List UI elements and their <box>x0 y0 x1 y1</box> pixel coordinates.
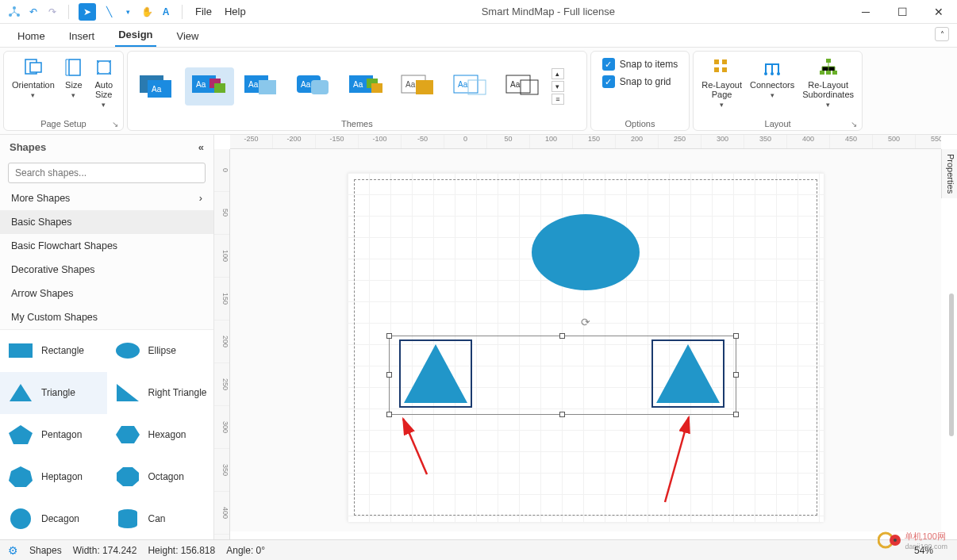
category-basic-shapes[interactable]: Basic Shapes <box>0 210 213 234</box>
tab-view[interactable]: View <box>174 25 202 47</box>
selection-handle[interactable] <box>733 412 739 417</box>
pointer-tool-icon[interactable]: ➤ <box>79 3 96 21</box>
minimize-button[interactable]: ─ <box>847 0 884 24</box>
svg-rect-5 <box>69 59 80 75</box>
relayout-subordinates-button[interactable]: Re-Layout Subordinates▾ <box>799 55 857 110</box>
shape-gallery: Rectangle Ellipse Triangle Right Triangl… <box>0 329 213 539</box>
shape-heptagon[interactable]: Heptagon <box>0 455 107 497</box>
svg-rect-44 <box>9 343 33 358</box>
category-basic-flowchart[interactable]: Basic Flowchart Shapes <box>0 234 213 258</box>
svg-text:Aa: Aa <box>510 80 521 89</box>
ribbon-group-page-setup: Orientation▾ Size▾ Auto Size▾ Page Setup… <box>3 51 124 131</box>
redo-icon[interactable]: ↷ <box>46 6 59 18</box>
svg-point-38 <box>771 72 774 75</box>
tab-home[interactable]: Home <box>14 25 48 47</box>
theme-2[interactable]: Aa <box>185 67 234 105</box>
theme-8[interactable]: Aa <box>499 67 548 105</box>
size-button[interactable]: Size▾ <box>60 55 88 101</box>
svg-text:Aa: Aa <box>353 80 363 89</box>
selection-handle[interactable] <box>733 333 739 339</box>
autosize-button[interactable]: Auto Size▾ <box>90 55 118 110</box>
file-menu[interactable]: File <box>192 4 215 19</box>
selection-handle[interactable] <box>386 333 392 339</box>
svg-point-52 <box>10 508 31 529</box>
tab-insert[interactable]: Insert <box>66 25 98 47</box>
theme-7[interactable]: Aa <box>447 67 496 105</box>
collapse-ribbon-icon[interactable]: ˄ <box>935 27 949 41</box>
shape-rectangle[interactable]: Rectangle <box>0 330 107 372</box>
selection-handle[interactable] <box>386 412 392 417</box>
help-menu[interactable]: Help <box>221 4 249 19</box>
category-decorative[interactable]: Decorative Shapes <box>0 258 213 282</box>
ribbon: Orientation▾ Size▾ Auto Size▾ Page Setup… <box>0 48 957 135</box>
status-height: Height: 156.818 <box>148 545 215 556</box>
svg-rect-41 <box>820 71 824 75</box>
status-angle: Angle: 0° <box>226 545 265 556</box>
theme-3[interactable]: Aa <box>237 67 286 105</box>
theme-4[interactable]: Aa <box>290 67 339 105</box>
theme-5[interactable]: Aa <box>342 67 391 105</box>
orientation-button[interactable]: Orientation▾ <box>9 55 58 101</box>
category-arrow[interactable]: Arrow Shapes <box>0 282 213 305</box>
shape-pentagon[interactable]: Pentagon <box>0 414 107 456</box>
relayout-page-button[interactable]: Re-Layout Page▾ <box>698 55 745 110</box>
canvas-triangle-1[interactable] <box>399 339 472 408</box>
page[interactable]: ⟳ <box>348 173 824 522</box>
close-button[interactable]: ✕ <box>920 0 957 24</box>
tab-design[interactable]: Design <box>115 24 156 47</box>
theme-gallery-expand-icon[interactable]: ≡ <box>552 94 564 105</box>
svg-rect-25 <box>416 80 433 94</box>
shape-octagon[interactable]: Octagon <box>107 455 214 497</box>
shape-can[interactable]: Can <box>107 497 214 539</box>
canvas-area: -250-200-150-100-50050100150200250300350… <box>214 135 957 539</box>
selection-handle[interactable] <box>733 372 739 378</box>
page-setup-launcher-icon[interactable]: ↘ <box>112 120 118 128</box>
status-bar: ⚙ Shapes Width: 174.242 Height: 156.818 … <box>0 539 957 560</box>
svg-rect-35 <box>714 67 719 72</box>
search-input[interactable] <box>8 163 206 183</box>
dropdown-icon[interactable]: ▾ <box>121 6 134 18</box>
svg-point-0 <box>13 6 16 10</box>
selection-handle[interactable] <box>559 333 565 339</box>
properties-tab[interactable]: Properties <box>941 149 957 198</box>
layout-launcher-icon[interactable]: ↘ <box>851 120 857 128</box>
settings-icon[interactable]: ⚙ <box>8 544 18 557</box>
svg-text:Aa: Aa <box>458 80 468 89</box>
vertical-scrollbar[interactable] <box>949 293 954 436</box>
ribbon-tabs: Home Insert Design View ˄ <box>0 24 957 48</box>
shape-triangle[interactable]: Triangle <box>0 372 107 414</box>
svg-point-45 <box>116 343 140 359</box>
connectors-button[interactable]: Connectors▾ <box>747 55 798 101</box>
check-icon: ✓ <box>602 58 615 71</box>
theme-1[interactable]: Aa <box>133 67 182 105</box>
ribbon-group-layout: Re-Layout Page▾ Connectors▾ Re-Layout Su… <box>693 51 863 131</box>
pan-tool-icon[interactable]: ✋ <box>140 6 153 18</box>
canvas[interactable]: ⟳ <box>230 149 941 531</box>
maximize-button[interactable]: ☐ <box>884 0 920 24</box>
main-area: Shapes « More Shapes› Basic Shapes Basic… <box>0 135 957 539</box>
theme-6[interactable]: Aa <box>394 67 444 105</box>
more-shapes-item[interactable]: More Shapes› <box>0 186 213 210</box>
snap-to-grid-checkbox[interactable]: ✓Snap to grid <box>602 75 678 88</box>
text-tool-icon[interactable]: A <box>160 6 172 18</box>
shape-ellipse[interactable]: Ellipse <box>107 330 214 372</box>
svg-marker-58 <box>656 344 720 403</box>
snap-to-items-checkbox[interactable]: ✓Snap to items <box>602 58 678 71</box>
category-custom[interactable]: My Custom Shapes <box>0 305 213 329</box>
shapes-status-button[interactable]: Shapes <box>29 545 62 556</box>
collapse-panel-icon[interactable]: « <box>198 141 204 153</box>
shape-hexagon[interactable]: Hexagon <box>107 414 214 456</box>
rotate-handle-icon[interactable]: ⟳ <box>581 316 590 328</box>
canvas-ellipse[interactable] <box>530 213 641 292</box>
shape-decagon[interactable]: Decagon <box>0 497 107 539</box>
line-tool-icon[interactable]: ╲ <box>102 6 115 18</box>
shape-right-triangle[interactable]: Right Triangle <box>107 372 214 414</box>
undo-icon[interactable]: ↶ <box>27 6 40 18</box>
selection-handle[interactable] <box>386 372 392 378</box>
theme-scroll-down-icon[interactable]: ▾ <box>552 81 564 92</box>
theme-scroll-up-icon[interactable]: ▴ <box>552 68 564 79</box>
svg-rect-31 <box>521 80 538 94</box>
canvas-triangle-2[interactable] <box>651 339 724 408</box>
svg-rect-22 <box>371 83 382 93</box>
selection-handle[interactable] <box>559 412 565 417</box>
